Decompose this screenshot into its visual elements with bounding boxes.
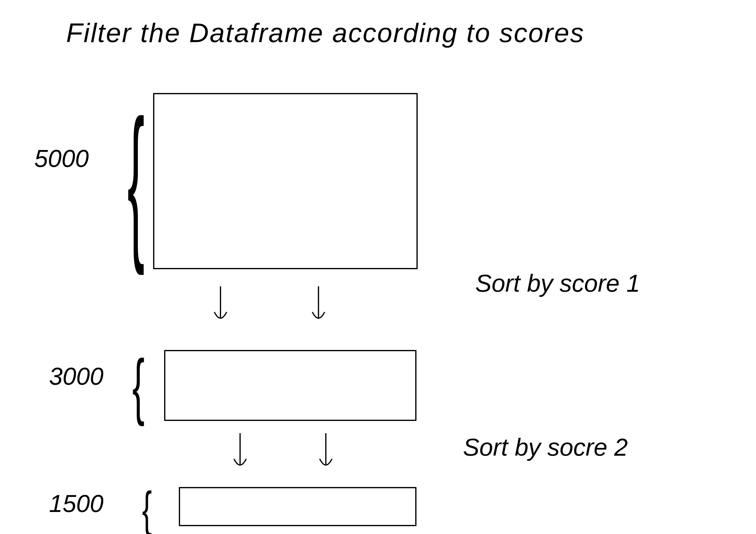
down-arrow-icon — [211, 284, 230, 329]
step-1-label: Sort by score 1 — [475, 269, 640, 297]
dataframe-box-2 — [164, 350, 417, 421]
brace-3: { — [142, 487, 152, 531]
down-arrow-icon — [230, 431, 250, 476]
down-arrow-icon — [316, 431, 336, 476]
box-3-row-count-label: 1500 — [49, 490, 103, 518]
brace-2: { — [132, 352, 145, 419]
dataframe-box-1 — [153, 93, 418, 269]
dataframe-box-3 — [179, 487, 417, 526]
step-2-label: Sort by socre 2 — [463, 433, 628, 461]
box-1-row-count-label: 5000 — [34, 144, 89, 172]
diagram-title: Filter the Dataframe according to scores — [66, 17, 584, 48]
brace-1: { — [127, 103, 145, 257]
down-arrow-icon — [309, 284, 328, 329]
box-2-row-count-label: 3000 — [49, 362, 103, 390]
